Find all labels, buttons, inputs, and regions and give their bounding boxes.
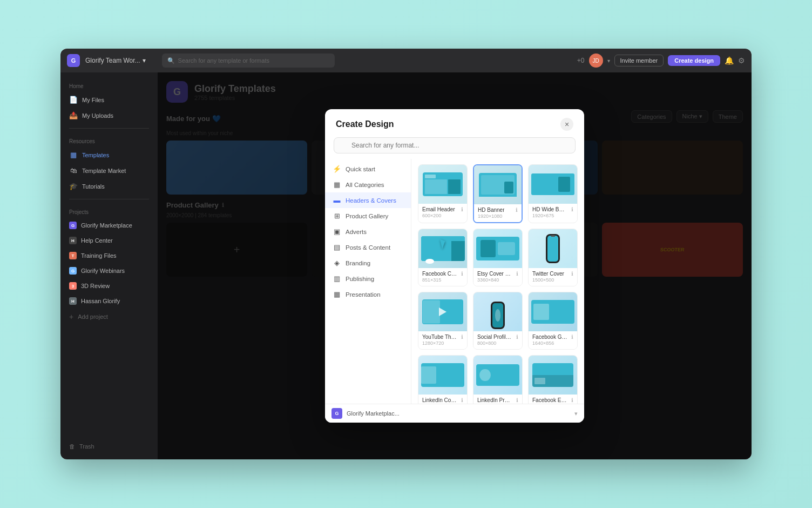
template-name: Etsy Cover Photo xyxy=(477,271,512,277)
template-card-linkedin-company[interactable]: LinkedIn Compa... ℹ 1536×768 xyxy=(418,355,468,404)
settings-icon[interactable]: ⚙ xyxy=(738,56,745,65)
bottom-dropdown-text: Glorify Marketplac... xyxy=(347,410,570,417)
modal-close-button[interactable]: × xyxy=(560,118,573,131)
adverts-icon: ▣ xyxy=(333,228,341,236)
template-card-hd-banner[interactable]: HD Banner ℹ 1920×1080 xyxy=(473,164,523,223)
template-card-fb-event[interactable]: Facebook Event ... ℹ 1920×1080 xyxy=(528,355,578,404)
nav-item-posts-content[interactable]: ▤ Posts & Content xyxy=(325,239,411,255)
posts-icon: ▤ xyxy=(333,243,341,251)
template-dims: 1280×720 xyxy=(422,340,463,346)
template-dims: 1920×1080 xyxy=(478,213,518,219)
bottom-dropdown-arrow: ▾ xyxy=(574,410,578,417)
nav-item-branding[interactable]: ◈ Branding xyxy=(325,255,411,271)
trash-icon: 🗑 xyxy=(69,443,75,450)
sidebar-item-templates[interactable]: ▦ Templates xyxy=(60,148,158,162)
nav-item-all-categories[interactable]: ▦ All Categories xyxy=(325,177,411,192)
sidebar-projects-label: Projects xyxy=(60,205,158,217)
sidebar-item-3d-review[interactable]: 3 3D Review xyxy=(60,279,158,293)
bottom-glorify-logo: G xyxy=(331,408,342,419)
template-dims: 1920×675 xyxy=(532,213,573,218)
template-thumb xyxy=(473,356,522,395)
template-thumb xyxy=(529,165,577,204)
tutorial-icon: 🎓 xyxy=(69,182,78,190)
template-card-linkedin-profile[interactable]: LinkedIn Profile ... ℹ 1584×396 xyxy=(473,355,523,404)
info-icon[interactable]: ℹ xyxy=(516,207,518,213)
template-dims: 1500×500 xyxy=(532,277,573,283)
sidebar-item-glorify-marketplace[interactable]: G Glorify Marketplace xyxy=(60,218,158,232)
template-card-twitter-cover[interactable]: Twitter Cover ℹ 1500×500 xyxy=(528,229,578,286)
template-dims: 600×200 xyxy=(422,213,463,218)
template-thumb xyxy=(473,292,522,331)
plus-icon: + xyxy=(69,312,73,321)
sidebar-resources-label: Resources xyxy=(60,134,158,146)
template-thumb xyxy=(418,356,467,395)
nav-item-product-gallery[interactable]: ⊞ Product Gallery xyxy=(325,208,411,224)
sidebar-item-training-files[interactable]: T Training Files xyxy=(60,249,158,263)
nav-item-headers-covers[interactable]: ▬ Headers & Covers xyxy=(325,192,411,208)
content-area: G Glorify Templates 2755 templates Made … xyxy=(158,72,752,459)
users-icon: +0 xyxy=(577,57,585,64)
template-card-fb-cover[interactable]: Facebook Cover ... ℹ 851×315 xyxy=(418,229,468,286)
template-name: LinkedIn Profile ... xyxy=(477,397,512,403)
template-card-yt-thumb[interactable]: YouTube Thumb... ℹ 1280×720 xyxy=(418,292,468,350)
nav-item-presentation[interactable]: ▦ Presentation xyxy=(325,286,411,302)
project-dot: 3 xyxy=(69,282,77,290)
info-icon[interactable]: ℹ xyxy=(571,334,573,340)
sidebar-item-tutorials[interactable]: 🎓 Tutorials xyxy=(60,179,158,193)
avatar[interactable]: JD xyxy=(589,54,603,68)
template-card-email-header[interactable]: Email Header ℹ 600×200 xyxy=(418,164,468,223)
sidebar: Home 📄 My Files 📤 My Uploads Resources ▦… xyxy=(60,72,158,459)
sidebar-item-help-center[interactable]: H Help Center xyxy=(60,233,158,248)
info-icon[interactable]: ℹ xyxy=(516,271,518,277)
template-name: Facebook Group ... xyxy=(532,334,567,340)
template-card-fb-group[interactable]: Facebook Group ... ℹ 1640×856 xyxy=(528,292,578,350)
publishing-icon: ▥ xyxy=(333,275,341,283)
info-icon[interactable]: ℹ xyxy=(461,334,463,340)
info-icon[interactable]: ℹ xyxy=(516,334,518,340)
template-thumb xyxy=(473,229,522,268)
template-dims: 1640×856 xyxy=(532,340,573,346)
sidebar-item-template-market[interactable]: 🛍 Template Market xyxy=(60,163,158,178)
global-search[interactable]: 🔍 Search for any template or formats xyxy=(162,54,335,68)
file-icon: 📄 xyxy=(69,96,78,104)
add-project-button[interactable]: + Add project xyxy=(60,309,158,324)
info-icon[interactable]: ℹ xyxy=(461,271,463,277)
sidebar-item-myuploads[interactable]: 📤 My Uploads xyxy=(60,108,158,123)
modal-title: Create Design xyxy=(336,119,394,129)
info-icon[interactable]: ℹ xyxy=(516,397,518,403)
create-design-button[interactable]: Create design xyxy=(668,55,720,66)
template-card-etsy-cover[interactable]: Etsy Cover Photo ℹ 3360×840 xyxy=(473,229,523,286)
sidebar-item-myfiles[interactable]: 📄 My Files xyxy=(60,92,158,107)
modal-search-input[interactable] xyxy=(334,137,576,153)
template-thumb xyxy=(474,165,522,204)
app-window: G Glorify Team Wor... ▾ 🔍 Search for any… xyxy=(60,49,752,459)
workspace-title: Glorify Team Wor... ▾ xyxy=(85,57,146,64)
template-thumb xyxy=(418,229,467,268)
template-name: LinkedIn Compa... xyxy=(422,397,457,403)
template-thumb xyxy=(529,292,577,331)
sidebar-item-glorify-webinars[interactable]: G Glorify Webinars xyxy=(60,264,158,278)
market-icon: 🛍 xyxy=(69,166,78,175)
template-card-hd-wide[interactable]: HD Wide Banner ℹ 1920×675 xyxy=(528,164,578,223)
template-card-social-profile[interactable]: Social Profile Im... ℹ 800×800 xyxy=(473,292,523,350)
project-dot: H xyxy=(69,297,77,305)
notification-icon[interactable]: 🔔 xyxy=(725,56,734,65)
modal-search-area: 🔍 xyxy=(325,137,584,159)
nav-item-publishing[interactable]: ▥ Publishing xyxy=(325,271,411,286)
quickstart-icon: ⚡ xyxy=(333,165,341,173)
template-dims: 851×315 xyxy=(422,277,463,283)
template-dims: 3360×840 xyxy=(477,277,518,283)
info-icon[interactable]: ℹ xyxy=(571,206,573,212)
info-icon[interactable]: ℹ xyxy=(571,271,573,277)
sidebar-item-trash[interactable]: 🗑 Trash xyxy=(60,440,158,453)
info-icon[interactable]: ℹ xyxy=(461,206,463,212)
main-area: Home 📄 My Files 📤 My Uploads Resources ▦… xyxy=(60,72,752,459)
sidebar-item-hassan-glorify[interactable]: H Hassan Glorify xyxy=(60,294,158,308)
nav-item-adverts[interactable]: ▣ Adverts xyxy=(325,224,411,239)
info-icon[interactable]: ℹ xyxy=(461,397,463,403)
nav-item-quickstart[interactable]: ⚡ Quick start xyxy=(325,161,411,177)
invite-member-button[interactable]: Invite member xyxy=(614,55,664,66)
branding-icon: ◈ xyxy=(333,259,341,267)
upload-icon: 📤 xyxy=(69,111,78,119)
info-icon[interactable]: ℹ xyxy=(571,397,573,403)
